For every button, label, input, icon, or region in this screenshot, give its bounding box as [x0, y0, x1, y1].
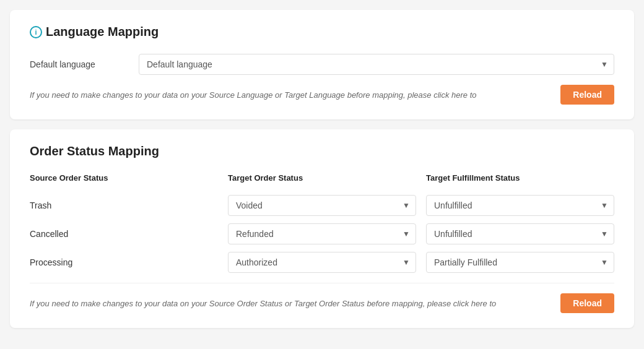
order-status-mapping-title: Order Status Mapping: [30, 144, 614, 158]
mapping-header: Source Order Status Target Order Status …: [30, 173, 614, 187]
language-note-row: If you need to make changes to your data…: [30, 85, 614, 105]
table-row: Trash Voided Refunded Authorized Pending…: [30, 195, 614, 216]
order-status-mapping-card: Order Status Mapping Source Order Status…: [10, 129, 634, 328]
source-status-processing: Processing: [30, 257, 218, 267]
target-fulfillment-select-wrapper-trash: Unfulfilled Partially Fulfilled Fulfille…: [426, 195, 614, 216]
table-row: Cancelled Voided Refunded Authorized Pen…: [30, 223, 614, 244]
mapping-table: Source Order Status Target Order Status …: [30, 173, 614, 273]
default-language-row: Default language Default language ▼: [30, 54, 614, 75]
target-order-select-wrapper-cancelled: Voided Refunded Authorized Pending Compl…: [228, 223, 416, 244]
target-fulfillment-select-wrapper-processing: Unfulfilled Partially Fulfilled Fulfille…: [426, 252, 614, 273]
default-language-select[interactable]: Default language: [139, 54, 614, 75]
target-fulfillment-select-trash[interactable]: Unfulfilled Partially Fulfilled Fulfille…: [426, 195, 614, 216]
target-order-select-trash[interactable]: Voided Refunded Authorized Pending Compl…: [228, 195, 416, 216]
default-language-select-wrapper: Default language ▼: [139, 54, 614, 75]
page-container: i Language Mapping Default language Defa…: [0, 0, 644, 338]
target-fulfillment-select-cancelled[interactable]: Unfulfilled Partially Fulfilled Fulfille…: [426, 223, 614, 244]
target-fulfillment-select-wrapper-cancelled: Unfulfilled Partially Fulfilled Fulfille…: [426, 223, 614, 244]
target-order-select-cancelled[interactable]: Voided Refunded Authorized Pending Compl…: [228, 223, 416, 244]
col-target-order-header: Target Order Status: [228, 173, 416, 183]
col-source-header: Source Order Status: [30, 173, 218, 183]
source-status-trash: Trash: [30, 200, 218, 210]
target-fulfillment-select-processing[interactable]: Unfulfilled Partially Fulfilled Fulfille…: [426, 252, 614, 273]
info-icon: i: [30, 26, 42, 38]
target-order-select-wrapper-processing: Voided Refunded Authorized Pending Compl…: [228, 252, 416, 273]
source-status-cancelled: Cancelled: [30, 229, 218, 239]
table-row: Processing Voided Refunded Authorized Pe…: [30, 252, 614, 273]
language-reload-button[interactable]: Reload: [560, 85, 614, 105]
default-language-label: Default language: [30, 59, 129, 69]
language-mapping-card: i Language Mapping Default language Defa…: [10, 10, 634, 119]
language-mapping-title: i Language Mapping: [30, 25, 614, 39]
order-note-row: If you need to make changes to your data…: [30, 293, 614, 313]
language-note-text: If you need to make changes to your data…: [30, 90, 550, 100]
order-reload-button[interactable]: Reload: [560, 293, 614, 313]
target-order-select-processing[interactable]: Voided Refunded Authorized Pending Compl…: [228, 252, 416, 273]
order-note-text: If you need to make changes to your data…: [30, 299, 550, 308]
divider: [30, 283, 614, 283]
col-target-fulfillment-header: Target Fulfillment Status: [426, 173, 614, 183]
target-order-select-wrapper-trash: Voided Refunded Authorized Pending Compl…: [228, 195, 416, 216]
